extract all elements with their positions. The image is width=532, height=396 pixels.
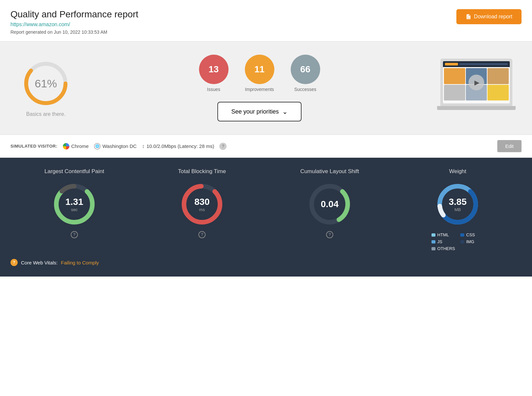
tbt-title: Total Blocking Time	[178, 168, 226, 175]
laptop-base	[437, 106, 516, 110]
download-icon	[466, 14, 471, 20]
weight-value-container: 3.85 MB	[449, 197, 467, 212]
browser-info: Chrome	[63, 143, 89, 150]
cls-title: Cumulative Layout Shift	[300, 168, 359, 175]
metrics-panel: Largest Contentful Paint 1.31 sec ? Tota…	[0, 158, 532, 277]
score-section: 61% Basics are there.	[13, 59, 79, 117]
speed-info: ↕ 10.0/2.0Mbps (Latency: 28 ms)	[142, 143, 214, 149]
improvements-label: Improvements	[245, 87, 274, 92]
improvements-circle: 11	[245, 55, 274, 84]
weight-title: Weight	[449, 168, 467, 175]
issues-metric: 13 Issues	[199, 55, 229, 92]
score-value: 61%	[35, 77, 57, 90]
header: Quality and Performance report https://w…	[0, 0, 532, 41]
legend-css: CSS	[460, 232, 484, 237]
download-report-button[interactable]: Download report	[456, 9, 522, 24]
img-legend-label: IMG	[466, 239, 474, 244]
js-legend-label: JS	[437, 239, 442, 244]
visitor-label: SIMULATED VISITOR:	[10, 144, 58, 149]
successes-label: Successes	[294, 87, 317, 92]
speed-arrows-icon: ↕	[142, 143, 144, 149]
cls-help-icon[interactable]: ?	[326, 231, 333, 238]
page-title: Quality and Performance report	[10, 9, 138, 20]
css-legend-dot	[460, 233, 464, 237]
improvements-metric: 11 Improvements	[245, 55, 274, 92]
metrics-grid: Largest Contentful Paint 1.31 sec ? Tota…	[10, 168, 522, 251]
laptop-preview: ▶	[440, 59, 519, 117]
lcp-title: Largest Contentful Paint	[45, 168, 104, 175]
weight-unit: MB	[449, 207, 467, 212]
tbt-card: Total Blocking Time 830 ms ?	[138, 168, 266, 251]
core-vitals-icon: ?	[10, 259, 18, 266]
tbt-help-icon[interactable]: ?	[198, 231, 206, 238]
successes-metric: 66 Successes	[291, 55, 320, 92]
legend-html: HTML	[431, 232, 455, 237]
core-vitals-label: Core Web Vitals:	[21, 260, 58, 265]
successes-circle: 66	[291, 55, 320, 84]
location-info: 🌐 Washington DC	[94, 143, 137, 150]
cls-value: 0.04	[321, 199, 339, 209]
tbt-value-container: 830 ms	[194, 197, 210, 212]
tbt-unit: ms	[194, 207, 210, 212]
score-label: Basics are there.	[26, 111, 65, 117]
header-left: Quality and Performance report https://w…	[10, 9, 138, 35]
tbt-gauge: 830 ms	[179, 181, 225, 227]
speed-value: 10.0/2.0Mbps (Latency: 28 ms)	[146, 143, 214, 149]
see-priorities-button[interactable]: See your priorities ⌄	[217, 102, 301, 121]
play-button-overlay[interactable]: ▶	[468, 75, 484, 90]
hero-section: 61% Basics are there. 13 Issues 11 Impro…	[0, 41, 532, 135]
cls-card: Cumulative Layout Shift 0.04 ?	[266, 168, 394, 251]
issues-circle: 13	[199, 55, 229, 84]
core-vitals-status: Failing to Comply	[61, 260, 99, 265]
legend-others: OTHERS	[431, 246, 455, 251]
tbt-value: 830	[194, 197, 210, 207]
site-url-link[interactable]: https://www.amazon.com/	[10, 22, 70, 27]
others-legend-label: OTHERS	[437, 246, 455, 251]
legend-js: JS	[431, 239, 455, 244]
legend-img: IMG	[460, 239, 484, 244]
download-report-label: Download report	[474, 14, 512, 20]
laptop-container: ▶	[440, 59, 519, 117]
lcp-help-icon[interactable]: ?	[71, 231, 78, 238]
chrome-icon	[63, 143, 69, 150]
score-ring: 61%	[21, 59, 70, 108]
metrics-circles: 13 Issues 11 Improvements 66 Successes	[199, 55, 320, 92]
js-legend-dot	[431, 240, 435, 243]
issues-label: Issues	[207, 87, 220, 92]
lcp-value: 1.31	[65, 197, 83, 207]
chevron-down-icon: ⌄	[282, 108, 288, 116]
lcp-gauge: 1.31 sec	[51, 181, 97, 227]
weight-card: Weight 3.85 MB HTML C	[394, 168, 522, 251]
html-legend-dot	[431, 233, 435, 237]
css-legend-label: CSS	[466, 232, 475, 237]
weight-gauge: 3.85 MB	[435, 181, 481, 227]
browser-name: Chrome	[71, 143, 89, 149]
laptop-screen-area: ▶	[440, 59, 512, 106]
lcp-value-container: 1.31 sec	[65, 197, 83, 212]
metrics-section: 13 Issues 11 Improvements 66 Successes S…	[79, 55, 440, 121]
edit-button[interactable]: Edit	[497, 140, 522, 152]
img-legend-dot	[460, 240, 464, 243]
weight-value: 3.85	[449, 197, 467, 207]
lcp-unit: sec	[65, 207, 83, 212]
help-icon[interactable]: ?	[219, 143, 227, 150]
cls-gauge: 0.04	[307, 181, 353, 227]
html-legend-label: HTML	[437, 232, 449, 237]
visitor-bar: SIMULATED VISITOR: Chrome 🌐 Washington D…	[0, 135, 532, 158]
weight-legend: HTML CSS JS IMG OTHERS	[431, 232, 484, 251]
others-legend-dot	[431, 247, 435, 250]
cls-value-container: 0.04	[321, 199, 339, 209]
location-name: Washington DC	[102, 143, 137, 149]
priorities-label: See your priorities	[231, 108, 279, 115]
lcp-card: Largest Contentful Paint 1.31 sec ?	[10, 168, 138, 251]
core-vitals-bar: ? Core Web Vitals: Failing to Comply	[10, 259, 522, 266]
globe-icon: 🌐	[94, 143, 101, 150]
report-date: Report generated on Jun 10, 2022 10:33:5…	[10, 29, 138, 35]
